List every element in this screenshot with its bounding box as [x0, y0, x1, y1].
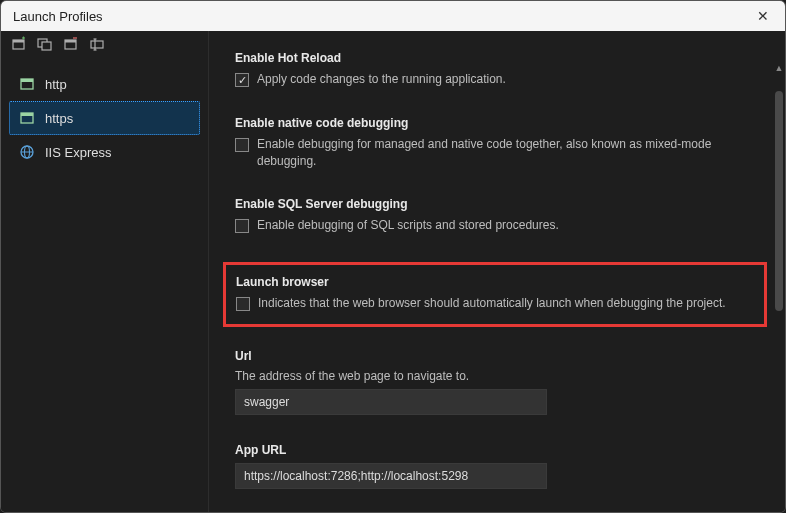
project-icon	[19, 110, 35, 126]
field-desc: The address of the web page to navigate …	[235, 369, 759, 383]
section-title: Enable Hot Reload	[235, 51, 759, 65]
iis-icon	[19, 144, 35, 160]
sidebar: http https IIS Express	[1, 31, 209, 513]
section-title: Launch browser	[236, 275, 754, 289]
scroll-thumb[interactable]	[775, 91, 783, 311]
svg-rect-14	[21, 79, 33, 82]
profile-label: http	[45, 77, 67, 92]
title-bar: Launch Profiles ✕	[1, 1, 785, 31]
section-desc: Enable debugging of SQL scripts and stor…	[257, 217, 559, 234]
profile-label: IIS Express	[45, 145, 111, 160]
scrollbar[interactable]: ▲	[773, 61, 785, 513]
section-hot-reload: Enable Hot Reload Apply code changes to …	[235, 51, 759, 88]
url-input[interactable]	[235, 389, 547, 415]
section-title: Enable native code debugging	[235, 116, 759, 130]
svg-rect-1	[13, 40, 24, 43]
svg-rect-7	[65, 40, 76, 43]
section-app-url: App URL	[235, 443, 759, 489]
section-desc: Apply code changes to the running applic…	[257, 71, 506, 88]
app-url-input[interactable]	[235, 463, 547, 489]
section-url: Url The address of the web page to navig…	[235, 349, 759, 415]
svg-rect-9	[91, 41, 103, 48]
project-icon	[19, 76, 35, 92]
section-title: Url	[235, 349, 759, 363]
scroll-up-arrow[interactable]: ▲	[773, 61, 785, 75]
profile-item-https[interactable]: https	[9, 101, 200, 135]
checkbox-native-debug[interactable]	[235, 138, 249, 152]
checkbox-sql-debug[interactable]	[235, 219, 249, 233]
section-desc: Enable debugging for managed and native …	[257, 136, 759, 170]
profile-label: https	[45, 111, 73, 126]
body: http https IIS Express Enable Hot Reload…	[1, 31, 785, 513]
checkbox-launch-browser[interactable]	[236, 297, 250, 311]
section-desc: Indicates that the web browser should au…	[258, 295, 726, 312]
highlighted-section: Launch browser Indicates that the web br…	[223, 262, 767, 327]
sidebar-toolbar	[1, 31, 208, 61]
section-title: App URL	[235, 443, 759, 457]
svg-rect-5	[42, 42, 51, 50]
checkbox-hot-reload[interactable]	[235, 73, 249, 87]
close-button[interactable]: ✕	[749, 4, 777, 28]
profile-list: http https IIS Express	[1, 61, 208, 175]
profile-item-iis[interactable]: IIS Express	[9, 135, 200, 169]
section-native-debug: Enable native code debugging Enable debu…	[235, 116, 759, 170]
section-title: Enable SQL Server debugging	[235, 197, 759, 211]
duplicate-profile-icon[interactable]	[37, 36, 53, 56]
settings-panel: Enable Hot Reload Apply code changes to …	[209, 31, 785, 513]
svg-rect-16	[21, 113, 33, 116]
delete-profile-icon[interactable]	[63, 36, 79, 56]
section-sql-debug: Enable SQL Server debugging Enable debug…	[235, 197, 759, 234]
rename-profile-icon[interactable]	[89, 36, 105, 56]
new-profile-icon[interactable]	[11, 36, 27, 56]
window-title: Launch Profiles	[13, 9, 103, 24]
profile-item-http[interactable]: http	[9, 67, 200, 101]
